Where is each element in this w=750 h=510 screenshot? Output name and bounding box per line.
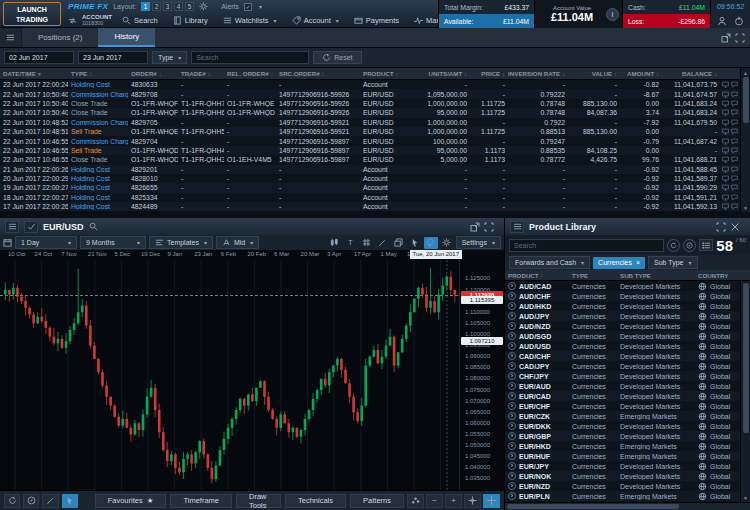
subtype-dropdown[interactable]: Sub Type▾ [648, 256, 697, 269]
column-header-0[interactable]: DATE/TIME▾ [0, 68, 68, 79]
chevron-right-icon[interactable]: › [508, 292, 516, 300]
table-row[interactable]: 18 Jun 2017 22:00:27Holding Cost4825334-… [0, 193, 740, 202]
list-item[interactable]: ›EUR/HUFCurrenciesEmerging MarketsGlobal [505, 451, 750, 461]
templates-dropdown[interactable]: Templates▾ [149, 236, 213, 249]
chevron-right-icon[interactable]: › [508, 422, 516, 430]
table-row[interactable]: 17 Jun 2017 22:00:26Holding Cost4824489-… [0, 202, 740, 211]
column-header-1[interactable]: TYPE↕ [68, 68, 128, 79]
column-header-3[interactable]: TRADE#↕ [178, 68, 224, 79]
menu-item-watchlists[interactable]: Watchlists▾ [218, 14, 282, 28]
chevron-right-icon[interactable]: › [508, 312, 516, 320]
column-header-5[interactable]: SRC.ORDER#↕ [276, 68, 360, 79]
gear-icon[interactable] [199, 2, 208, 11]
list-item[interactable]: ›EUR/DKKCurrenciesDeveloped MarketsGloba… [505, 421, 750, 431]
table-row[interactable]: 22 Jun 2017 10:48:51Sell TradeO1-1FR-WHQ… [0, 127, 740, 136]
list-item[interactable]: ›AUD/NZDCurrenciesDeveloped MarketsGloba… [505, 321, 750, 331]
zoom-out-button[interactable]: − [426, 494, 443, 508]
list-item[interactable]: ›EUR/CHFCurrenciesDeveloped MarketsGloba… [505, 401, 750, 411]
chevron-right-icon[interactable]: › [508, 482, 516, 490]
layout-4-button[interactable]: 4 [174, 2, 183, 11]
account-selector[interactable]: ACCOUNT 1018300 [82, 14, 112, 26]
list-item[interactable]: ›EUR/HKDCurrenciesEmerging MarketsGlobal [505, 441, 750, 451]
price-mode-dropdown[interactable]: Mid▾ [216, 236, 259, 249]
table-row[interactable]: 22 Jun 2017 10:50:40Close TradeO1-1FR-WH… [0, 99, 740, 108]
chevron-right-icon[interactable]: › [508, 342, 516, 350]
menu-item-library[interactable]: Library [168, 14, 213, 28]
list-item[interactable]: ›AUD/CHFCurrenciesDeveloped MarketsGloba… [505, 291, 750, 301]
table-row[interactable]: 21 Jun 2017 22:00:26Holding Cost4829201-… [0, 165, 740, 174]
currencies-filter-chip[interactable]: Currencies× [593, 257, 645, 269]
panel-menu-button[interactable] [0, 28, 22, 47]
close-icon[interactable] [730, 222, 740, 232]
chart-type-button[interactable] [328, 237, 342, 249]
list-item[interactable]: ›EUR/CZKCurrenciesEmerging MarketsGlobal [505, 411, 750, 421]
table-row[interactable]: 22 Jun 2017 10:50:40Close TradeO1-1FR-WH… [0, 108, 740, 117]
chevron-right-icon[interactable]: › [508, 382, 516, 390]
column-header-8[interactable]: PRICE↕ [470, 68, 508, 79]
favourites-button[interactable]: Favourites★ [95, 494, 167, 508]
cursor-button[interactable] [408, 237, 422, 249]
list-item[interactable]: ›EUR/AUDCurrenciesDeveloped MarketsGloba… [505, 381, 750, 391]
history-search-input[interactable] [191, 51, 309, 64]
chart-menu-button[interactable] [5, 221, 19, 233]
column-header-7[interactable]: UNITS/AMT↕ [406, 68, 470, 79]
remove-filter-icon[interactable]: × [636, 259, 640, 266]
user-icon[interactable] [717, 16, 727, 26]
column-header-3[interactable]: COUNTRY [695, 270, 740, 280]
column-header-10[interactable]: VALUE↕ [568, 68, 620, 79]
table-row[interactable]: 22 Jun 2017 10:46:55Close TradeO1-1FR-WH… [0, 155, 740, 164]
refresh-button[interactable] [667, 239, 680, 252]
chevron-right-icon[interactable]: › [508, 322, 516, 330]
expand-icon[interactable] [484, 222, 494, 232]
chevron-right-icon[interactable]: › [508, 352, 516, 360]
menu-item-account[interactable]: Account▾ [287, 14, 344, 28]
column-header-0[interactable]: PRODUCT↕ [505, 270, 569, 280]
library-menu-button[interactable] [510, 221, 524, 233]
period-dropdown[interactable]: 1 Day▾ [15, 236, 77, 249]
list-item[interactable]: ›AUD/USDCurrenciesDeveloped MarketsGloba… [505, 341, 750, 351]
chevron-right-icon[interactable]: › [508, 442, 516, 450]
list-item[interactable]: ›CHF/JPYCurrenciesDeveloped MarketsGloba… [505, 371, 750, 381]
list-item[interactable]: ›AUD/HKDCurrenciesDeveloped MarketsGloba… [505, 301, 750, 311]
table-row[interactable]: 22 Jun 2017 10:48:52Commission Charge482… [0, 118, 740, 127]
text-button[interactable]: T [344, 237, 358, 249]
scrollbar-thumb[interactable] [743, 77, 749, 123]
date-to-input[interactable] [78, 51, 148, 64]
list-item[interactable]: ›EUR/GBPCurrenciesDeveloped MarketsGloba… [505, 431, 750, 441]
list-item[interactable]: ›EUR/JPYCurrenciesDeveloped MarketsGloba… [505, 461, 750, 471]
table-row[interactable]: 22 Jun 2017 22:00:24Holding Cost4830633-… [0, 80, 740, 89]
crosshair-button[interactable] [464, 494, 481, 508]
type-filter-dropdown[interactable]: Type▾ [152, 51, 187, 64]
popout-icon[interactable] [470, 222, 480, 232]
list-item[interactable]: ›AUD/SGDCurrenciesDeveloped MarketsGloba… [505, 331, 750, 341]
column-header-2[interactable]: SUB TYPE [617, 270, 695, 280]
category-dropdown[interactable]: Forwards and Cash▾ [509, 256, 590, 269]
list-item[interactable]: ›AUD/JPYCurrenciesDeveloped MarketsGloba… [505, 311, 750, 321]
timeframe-button[interactable]: Timeframe [170, 494, 232, 508]
scrollbar-thumb[interactable] [743, 283, 749, 433]
library-scrollbar[interactable]: ▼ [740, 281, 750, 502]
column-header-6[interactable]: PRODUCT↕ [360, 68, 406, 79]
chevron-right-icon[interactable]: › [508, 372, 516, 380]
explore-button[interactable] [683, 239, 696, 252]
layout-5-button[interactable]: 5 [185, 2, 194, 11]
expand-icon[interactable] [735, 33, 745, 43]
cursor-button[interactable] [62, 494, 78, 508]
chevron-right-icon[interactable]: › [508, 432, 516, 440]
menu-item-payments[interactable]: Payments [349, 14, 404, 28]
table-row[interactable]: 22 Jun 2017 10:50:40Commission Charge482… [0, 89, 740, 98]
scroll-up-icon[interactable]: ▲ [743, 68, 748, 77]
history-scrollbar[interactable]: ▲ ▼ [740, 68, 750, 212]
table-row[interactable]: 22 Jun 2017 10:46:55Sell TradeO1-1FR-WHQ… [0, 146, 740, 155]
library-hscrollbar[interactable] [505, 502, 750, 510]
list-view-button[interactable] [699, 239, 713, 251]
list-item[interactable]: ›EUR/PLNCurrenciesEmerging MarketsGlobal [505, 491, 750, 501]
chevron-right-icon[interactable]: › [508, 302, 516, 310]
library-search-input[interactable] [509, 239, 664, 252]
list-item[interactable]: ›EUR/NZDCurrenciesDeveloped MarketsGloba… [505, 481, 750, 491]
layout-1-button[interactable]: 1 [141, 2, 150, 11]
patterns-button[interactable]: Patterns [350, 494, 404, 508]
grid-button[interactable] [360, 237, 374, 249]
chevron-right-icon[interactable]: › [508, 472, 516, 480]
draw-tools-button[interactable]: Draw Tools [236, 494, 281, 508]
